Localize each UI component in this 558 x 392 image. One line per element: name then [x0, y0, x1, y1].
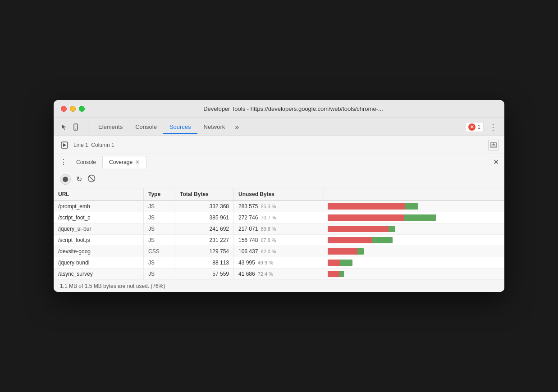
cell-url: /jquery_ui-bur — [54, 223, 144, 234]
drawer-tab-bar: ⋮ Console Coverage ✕ ✕ — [54, 154, 504, 170]
cell-total: 129 754 — [175, 246, 234, 257]
cell-type: JS — [144, 235, 175, 246]
drawer-tab-console[interactable]: Console — [70, 156, 102, 168]
cell-bar — [324, 269, 504, 279]
col-unused: Unused Bytes — [234, 188, 324, 200]
svg-marker-3 — [63, 143, 66, 147]
cell-url: /script_foot.js — [54, 235, 144, 246]
minimize-button[interactable] — [70, 106, 76, 112]
sub-toolbar: Line 1, Column 1 — [54, 136, 504, 154]
col-url: URL — [54, 188, 144, 200]
error-icon: ✕ — [468, 123, 476, 131]
table-row[interactable]: /jquery_ui-burJS241 692217 07189.8 % — [54, 223, 504, 235]
cell-total: 332 368 — [175, 201, 234, 212]
coverage-table: URL Type Total Bytes Unused Bytes /promp… — [54, 188, 504, 280]
line-column-indicator: Line 1, Column 1 — [73, 142, 485, 148]
kebab-menu-button[interactable]: ⋮ — [487, 120, 499, 134]
cursor-icon[interactable] — [59, 122, 69, 132]
table-row[interactable]: /jquery-bundlJS88 11343 99549.9 % — [54, 257, 504, 269]
bar-used — [404, 214, 436, 221]
coverage-tab-label: Coverage — [109, 159, 133, 165]
play-icon[interactable] — [59, 140, 70, 150]
cell-url: /jquery-bundl — [54, 257, 144, 268]
record-circle-icon — [63, 177, 68, 182]
window-title: Developer Tools - https://developers.goo… — [89, 105, 497, 112]
mobile-icon[interactable] — [71, 122, 81, 132]
svg-rect-4 — [491, 142, 496, 148]
tab-elements[interactable]: Elements — [92, 120, 129, 134]
cell-bar — [324, 246, 504, 257]
footer-text: 1.1 MB of 1.5 MB bytes are not used. (76… — [60, 283, 165, 289]
bar-unused — [328, 271, 339, 277]
cell-type: JS — [144, 257, 175, 268]
title-bar: Developer Tools - https://developers.goo… — [54, 100, 504, 118]
table-row[interactable]: /devsite-googCSS129 754106 43782.0 % — [54, 246, 504, 257]
table-row[interactable]: /script_foot_cJS385 961272 74670.7 % — [54, 212, 504, 223]
bar-unused — [328, 237, 372, 243]
table-body: /prompt_embJS332 368283 57585.3 %/script… — [54, 201, 504, 280]
cell-bar — [324, 257, 504, 268]
col-bar — [324, 188, 504, 200]
bar-used — [372, 237, 393, 243]
record-button[interactable] — [60, 174, 71, 185]
svg-marker-6 — [492, 143, 495, 145]
table-row[interactable]: /async_surveyJS57 55941 68672.4 % — [54, 269, 504, 280]
traffic-lights — [61, 106, 85, 112]
close-button[interactable] — [61, 106, 67, 112]
cell-type: JS — [144, 212, 175, 223]
refresh-button[interactable]: ↻ — [76, 175, 82, 183]
cell-url: /async_survey — [54, 269, 144, 279]
bar-used — [339, 271, 344, 277]
coverage-toolbar: ↻ — [54, 170, 504, 188]
drawer-tab-coverage[interactable]: Coverage ✕ — [102, 156, 146, 169]
cell-unused: 106 43782.0 % — [234, 246, 324, 257]
cell-total: 57 559 — [175, 269, 234, 279]
tab-network[interactable]: Network — [197, 120, 232, 134]
maximize-button[interactable] — [79, 106, 85, 112]
drawer-menu-icon[interactable]: ⋮ — [57, 156, 70, 168]
cell-bar — [324, 235, 504, 246]
tab-console[interactable]: Console — [129, 120, 163, 134]
cell-unused: 272 74670.7 % — [234, 212, 324, 223]
cell-url: /script_foot_c — [54, 212, 144, 223]
main-tab-bar: Elements Console Sources Network » ✕ 1 ⋮ — [54, 118, 504, 136]
panel-toggle-button[interactable] — [488, 140, 499, 150]
table-row[interactable]: /prompt_embJS332 368283 57585.3 % — [54, 201, 504, 212]
more-tabs-button[interactable]: » — [231, 121, 242, 133]
cell-url: /devsite-goog — [54, 246, 144, 257]
table-header: URL Type Total Bytes Unused Bytes — [54, 188, 504, 201]
cell-unused: 283 57585.3 % — [234, 201, 324, 212]
cell-total: 88 113 — [175, 257, 234, 268]
cell-unused: 41 68672.4 % — [234, 269, 324, 279]
cell-unused: 43 99549.9 % — [234, 257, 324, 268]
bar-used — [340, 260, 352, 266]
coverage-footer: 1.1 MB of 1.5 MB bytes are not used. (76… — [54, 280, 504, 292]
cell-unused: 217 07189.8 % — [234, 223, 324, 234]
clear-button[interactable] — [87, 174, 96, 184]
bar-used — [357, 248, 364, 255]
table-row[interactable]: /script_foot.jsJS231 227156 74867.8 % — [54, 235, 504, 246]
bar-unused — [328, 214, 404, 221]
separator — [88, 123, 88, 132]
error-count: 1 — [477, 124, 480, 130]
drawer-close-button[interactable]: ✕ — [491, 156, 501, 168]
bar-track — [328, 214, 436, 221]
bar-used — [405, 203, 418, 210]
bar-unused — [328, 203, 405, 210]
cell-url: /prompt_emb — [54, 201, 144, 212]
cell-type: JS — [144, 223, 175, 234]
coverage-tab-close[interactable]: ✕ — [135, 159, 140, 165]
error-badge[interactable]: ✕ 1 — [465, 122, 484, 132]
bar-track — [328, 248, 364, 255]
bar-unused — [328, 260, 340, 266]
cell-type: CSS — [144, 246, 175, 257]
bar-track — [328, 271, 344, 277]
bar-unused — [328, 226, 389, 232]
bar-track — [328, 203, 418, 210]
cell-bar — [324, 212, 504, 223]
cell-total: 241 692 — [175, 223, 234, 234]
bar-unused — [328, 248, 357, 255]
bar-track — [328, 237, 393, 243]
tab-sources[interactable]: Sources — [163, 120, 197, 134]
tab-bar-right: ✕ 1 ⋮ — [465, 120, 499, 134]
